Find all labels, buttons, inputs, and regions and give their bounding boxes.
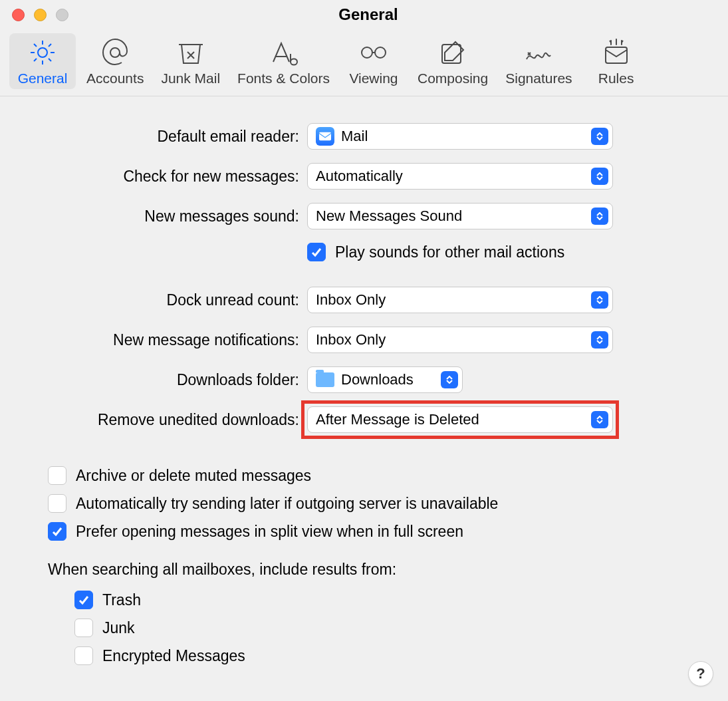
split-view-checkbox[interactable] [48,522,66,541]
popup-value: Downloads [341,371,437,388]
downloads-folder-popup[interactable]: Downloads [307,366,463,393]
include-junk-label: Junk [102,619,135,637]
popup-arrows-icon [591,168,608,185]
popup-arrows-icon [441,371,458,388]
titlebar: General [0,0,728,29]
tab-junk-mail[interactable]: Junk Mail [154,33,227,89]
tab-label: Composing [418,70,488,86]
glasses-icon [359,37,388,68]
tab-rules[interactable]: Rules [583,33,650,89]
window-minimize-button[interactable] [34,9,47,21]
tab-label: Junk Mail [161,70,220,86]
popup-arrows-icon [591,208,608,225]
archive-muted-label: Archive or delete muted messages [76,467,311,485]
popup-value: Inbox Only [316,331,587,349]
preferences-toolbar: General Accounts Junk Mail Fonts & Color… [0,29,728,96]
at-icon [100,37,130,68]
new-messages-sound-label: New messages sound: [27,208,307,225]
auto-retry-send-label: Automatically try sending later if outgo… [76,495,498,513]
split-view-label: Prefer opening messages in split view wh… [76,523,463,541]
svg-point-1 [110,48,120,57]
play-sounds-checkbox[interactable] [307,243,326,261]
include-junk-checkbox[interactable] [74,619,93,637]
popup-arrows-icon [591,128,608,145]
dock-unread-count-popup[interactable]: Inbox Only [307,287,613,313]
signature-icon [524,37,553,68]
help-button[interactable]: ? [688,661,713,686]
svg-point-3 [375,47,386,58]
tab-fonts-colors[interactable]: Fonts & Colors [231,33,336,89]
archive-muted-checkbox[interactable] [48,466,66,485]
compose-icon [438,37,467,68]
mail-app-icon [316,127,334,146]
folder-icon [316,372,334,387]
popup-value: After Message is Deleted [316,411,587,428]
junk-icon [176,37,205,68]
tab-label: Viewing [349,70,398,86]
window-zoom-button[interactable] [56,9,68,21]
gear-icon [28,37,57,68]
popup-value: Automatically [316,168,587,185]
svg-rect-5 [606,47,627,63]
popup-arrows-icon [591,331,608,349]
check-new-messages-popup[interactable]: Automatically [307,163,613,190]
default-email-reader-label: Default email reader: [27,128,307,146]
popup-value: New Messages Sound [316,208,587,225]
search-results-heading: When searching all mailboxes, include re… [48,561,701,579]
default-email-reader-popup[interactable]: Mail [307,123,613,150]
tab-viewing[interactable]: Viewing [340,33,407,89]
include-trash-checkbox[interactable] [74,591,93,609]
remove-unedited-downloads-popup[interactable]: After Message is Deleted [307,406,613,433]
window-title: General [68,5,668,24]
new-messages-sound-popup[interactable]: New Messages Sound [307,203,613,229]
new-message-notifications-label: New message notifications: [27,331,307,349]
check-new-messages-label: Check for new messages: [27,168,307,186]
include-encrypted-label: Encrypted Messages [102,647,245,665]
dock-unread-count-label: Dock unread count: [27,291,307,309]
popup-value: Mail [341,128,587,145]
popup-value: Inbox Only [316,291,587,309]
tab-composing[interactable]: Composing [411,33,495,89]
fonts-icon [269,37,299,68]
remove-unedited-downloads-label: Remove unedited downloads: [27,411,307,429]
svg-point-0 [38,48,47,57]
popup-arrows-icon [591,411,608,428]
popup-arrows-icon [591,291,608,309]
svg-rect-6 [319,132,331,141]
window-close-button[interactable] [12,9,25,21]
tab-signatures[interactable]: Signatures [499,33,578,89]
play-sounds-label: Play sounds for other mail actions [335,243,564,261]
include-encrypted-checkbox[interactable] [74,646,93,665]
new-message-notifications-popup[interactable]: Inbox Only [307,327,613,353]
svg-point-2 [362,47,372,58]
tab-label: Rules [598,70,634,86]
tab-label: Fonts & Colors [237,70,330,86]
tab-label: Accounts [86,70,144,86]
downloads-folder-label: Downloads folder: [27,371,307,389]
rules-icon [602,37,631,68]
tab-accounts[interactable]: Accounts [80,33,150,89]
include-trash-label: Trash [102,591,141,609]
annotation-highlight: After Message is Deleted [301,400,619,439]
tab-general[interactable]: General [9,33,76,89]
tab-label: General [18,70,68,86]
auto-retry-send-checkbox[interactable] [48,494,66,513]
tab-label: Signatures [505,70,572,86]
